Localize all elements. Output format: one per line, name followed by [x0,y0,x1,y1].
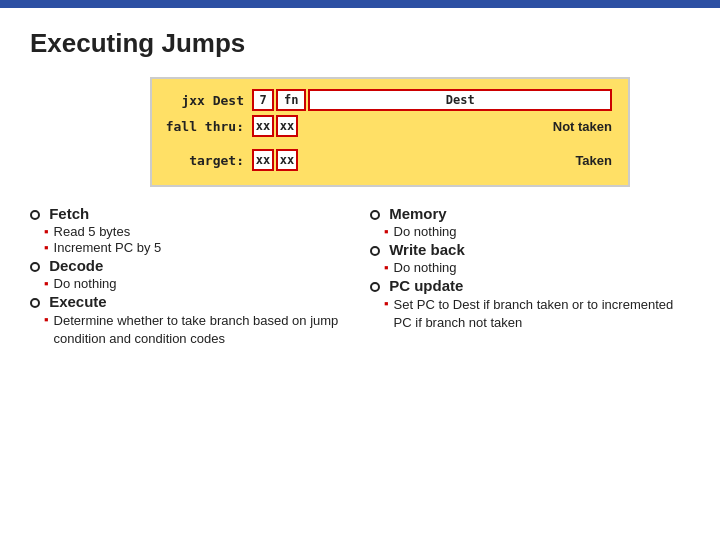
target-label: target: [162,153,252,168]
xx1-box: xx [252,115,274,137]
writeback-title: Write back [370,241,690,258]
writeback-circle-icon [370,246,380,256]
fetch-item-2: Increment PC by 5 [30,240,350,255]
right-column: Memory Do nothing Write back Do nothing … [360,197,690,347]
content-area: Fetch Read 5 bytes Increment PC by 5 Dec… [30,197,690,347]
page-content: Executing Jumps jxx Dest 7 fn Dest fall … [0,8,720,367]
fetch-item-1: Read 5 bytes [30,224,350,239]
execute-item-1: ▪ Determine whether to take branch based… [30,312,350,347]
fn-label-box: fn [276,89,306,111]
not-taken-label: Not taken [553,119,612,134]
memory-circle-icon [370,210,380,220]
xx4-box: xx [276,149,298,171]
fn-value-box: 7 [252,89,274,111]
decode-item-1: Do nothing [30,276,350,291]
top-bar [0,0,720,8]
left-column: Fetch Read 5 bytes Increment PC by 5 Dec… [30,197,360,347]
diagram-area: jxx Dest 7 fn Dest fall thru: xx xx Not … [150,77,630,187]
jxx-label: jxx Dest [162,93,252,108]
execute-circle-icon [30,298,40,308]
diagram-row-fallthru: fall thru: xx xx Not taken [162,115,612,137]
taken-label: Taken [575,153,612,168]
xx2-box: xx [276,115,298,137]
dest-box: Dest [308,89,612,111]
page-title: Executing Jumps [30,28,690,59]
pc-update-bullet-icon: ▪ [384,296,389,311]
fetch-circle-icon [30,210,40,220]
memory-title: Memory [370,205,690,222]
pc-update-title: PC update [370,277,690,294]
writeback-item-1: Do nothing [370,260,690,275]
pc-update-circle-icon [370,282,380,292]
execute-bullet-icon: ▪ [44,312,49,327]
decode-title: Decode [30,257,350,274]
fall-thru-label: fall thru: [162,119,252,134]
diagram-row-jxx: jxx Dest 7 fn Dest [162,89,612,111]
xx3-box: xx [252,149,274,171]
decode-circle-icon [30,262,40,272]
execute-title: Execute [30,293,350,310]
diagram-row-target: target: xx xx Taken [162,149,612,171]
memory-item-1: Do nothing [370,224,690,239]
pc-update-item-1: ▪ Set PC to Dest if branch taken or to i… [370,296,690,331]
fetch-title: Fetch [30,205,350,222]
